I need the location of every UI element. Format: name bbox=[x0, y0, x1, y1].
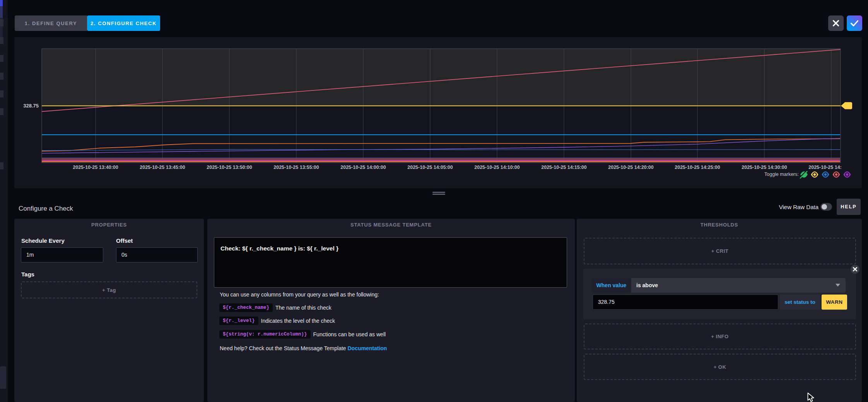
svg-text:2025-10-25 14:30:00: 2025-10-25 14:30:00 bbox=[742, 165, 787, 170]
svg-text:2025-10-25 14:10:00: 2025-10-25 14:10:00 bbox=[474, 165, 519, 170]
svg-text:2025-10-25 14:05:00: 2025-10-25 14:05:00 bbox=[407, 165, 453, 170]
svg-text:2025-10-25 13:55:00: 2025-10-25 13:55:00 bbox=[273, 165, 319, 170]
svg-text:2025-10-25 14:15:00: 2025-10-25 14:15:00 bbox=[541, 165, 586, 170]
svg-text:Toggle markers:: Toggle markers: bbox=[764, 172, 799, 177]
svg-text:2025-10-25 14:20:00: 2025-10-25 14:20:00 bbox=[608, 165, 653, 170]
svg-text:328.75: 328.75 bbox=[23, 103, 39, 109]
svg-text:2025-10-25 13:50:00: 2025-10-25 13:50:00 bbox=[207, 165, 252, 170]
svg-text:2025-10-25 14:25:00: 2025-10-25 14:25:00 bbox=[675, 165, 720, 170]
svg-text:2025-10-25 14:00:00: 2025-10-25 14:00:00 bbox=[340, 165, 386, 170]
svg-text:2025-10-25 14:35:00: 2025-10-25 14:35:00 bbox=[808, 165, 854, 170]
svg-text:2025-10-25 13:40:00: 2025-10-25 13:40:00 bbox=[73, 165, 118, 170]
svg-text:2025-10-25 13:45:00: 2025-10-25 13:45:00 bbox=[140, 165, 185, 170]
